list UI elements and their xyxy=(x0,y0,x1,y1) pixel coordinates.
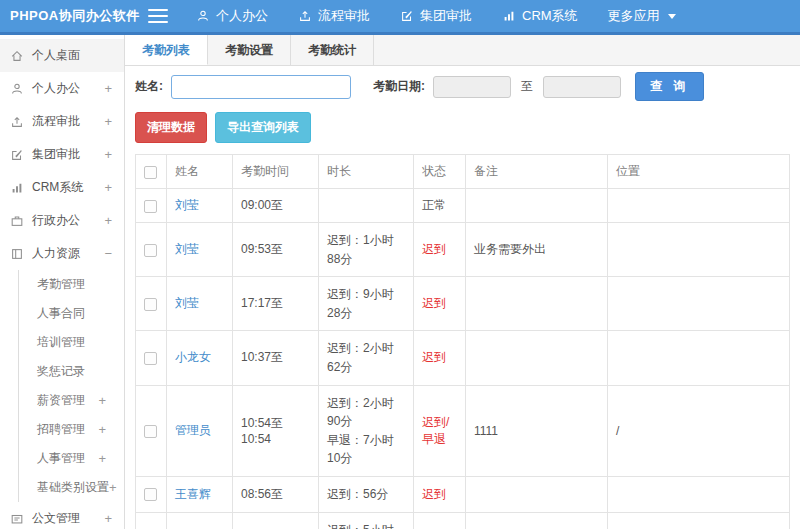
row-checkbox-cell xyxy=(136,331,167,385)
row-checkbox[interactable] xyxy=(144,352,157,365)
user-icon xyxy=(10,82,24,96)
sidebar-subitem-training-management[interactable]: 培训管理 xyxy=(19,328,124,357)
name-cell: 黄蓉 xyxy=(167,512,233,529)
expand-plus-icon[interactable]: + xyxy=(104,180,114,195)
sidebar-subitem-personnel-contract[interactable]: 人事合同 xyxy=(19,299,124,328)
sidebar-subitem-label: 人事管理 xyxy=(37,450,98,467)
sidebar-item-human-resources[interactable]: 人力资源− xyxy=(0,237,124,270)
attendance-name-link[interactable]: 王喜辉 xyxy=(175,487,211,501)
chart-icon xyxy=(502,9,516,23)
sidebar-item-crm-system[interactable]: CRM系统+ xyxy=(0,171,124,204)
sidebar-item-personal-office[interactable]: 个人办公+ xyxy=(0,72,124,105)
sidebar-item-workflow-approval[interactable]: 流程审批+ xyxy=(0,105,124,138)
status-cell: 迟到/早退 xyxy=(414,512,466,529)
location-cell xyxy=(608,277,790,331)
sidebar-item-label: 个人桌面 xyxy=(32,47,104,64)
remark-cell: 业务需要外出 xyxy=(466,223,608,277)
time-cell: 09:53至 xyxy=(233,223,319,277)
name-filter-label: 姓名: xyxy=(135,78,163,95)
nav-item-group-approval[interactable]: 集团审批 xyxy=(400,7,472,25)
duration-cell: 迟到：2小时62分 xyxy=(319,331,414,385)
expand-plus-icon[interactable]: + xyxy=(104,114,114,129)
collapse-minus-icon[interactable]: − xyxy=(104,246,114,261)
row-checkbox[interactable] xyxy=(144,200,157,213)
expand-plus-icon[interactable]: + xyxy=(98,422,118,437)
tab-attendance-list[interactable]: 考勤列表 xyxy=(125,35,208,65)
sidebar-subitem-reward-punishment-records[interactable]: 奖惩记录 xyxy=(19,357,124,386)
export-list-button[interactable]: 导出查询列表 xyxy=(215,112,311,143)
row-checkbox-cell xyxy=(136,512,167,529)
expand-plus-icon[interactable]: + xyxy=(104,511,114,526)
attendance-name-link[interactable]: 管理员 xyxy=(175,423,211,437)
row-checkbox[interactable] xyxy=(144,298,157,311)
remark-cell: 1111 xyxy=(466,385,608,476)
expand-plus-icon[interactable]: + xyxy=(104,147,114,162)
duration-line: 迟到：56分 xyxy=(327,485,405,504)
attendance-name-link[interactable]: 刘莹 xyxy=(175,242,199,256)
remark-cell xyxy=(466,189,608,223)
name-cell: 刘莹 xyxy=(167,223,233,277)
attendance-table: 姓名考勤时间时长状态备注位置 刘莹09:00至正常刘莹09:53至迟到：1小时8… xyxy=(135,154,790,529)
sidebar-subitem-label: 基础类别设置 xyxy=(37,479,109,496)
column-header: 备注 xyxy=(466,155,608,189)
duration-line: 早退：7小时10分 xyxy=(327,431,405,468)
nav-item-label: 个人办公 xyxy=(216,7,268,25)
column-header: 考勤时间 xyxy=(233,155,319,189)
nav-item-personal-office[interactable]: 个人办公 xyxy=(196,7,268,25)
tab-attendance-settings[interactable]: 考勤设置 xyxy=(208,35,291,65)
clean-data-button[interactable]: 清理数据 xyxy=(135,112,207,143)
row-checkbox[interactable] xyxy=(144,425,157,438)
menu-toggle-icon[interactable] xyxy=(148,9,168,23)
row-checkbox[interactable] xyxy=(144,244,157,257)
status-badge: 迟到/早退 xyxy=(422,415,449,446)
sidebar-subitem-recruitment-management[interactable]: 招聘管理+ xyxy=(19,415,124,444)
sidebar-subitem-salary-management[interactable]: 薪资管理+ xyxy=(19,386,124,415)
flow-icon xyxy=(298,9,312,23)
remark-cell xyxy=(466,476,608,512)
table-row: 管理员10:54至10:54迟到：2小时90分早退：7小时10分迟到/早退111… xyxy=(136,385,790,476)
flow-icon xyxy=(10,115,24,129)
expand-plus-icon[interactable]: + xyxy=(104,213,114,228)
sidebar-item-label: CRM系统 xyxy=(32,179,96,196)
expand-plus-icon[interactable]: + xyxy=(104,81,114,96)
tab-attendance-statistics[interactable]: 考勤统计 xyxy=(291,35,374,65)
sidebar-item-personal-desktop[interactable]: 个人桌面 xyxy=(0,39,124,72)
status-cell: 迟到 xyxy=(414,331,466,385)
sidebar-subitem-personnel-management[interactable]: 人事管理+ xyxy=(19,444,124,473)
expand-plus-icon[interactable]: + xyxy=(98,393,118,408)
sidebar-subitem-attendance-management[interactable]: 考勤管理 xyxy=(19,270,124,299)
column-header: 时长 xyxy=(319,155,414,189)
attendance-name-link[interactable]: 小龙女 xyxy=(175,350,211,364)
hr-icon xyxy=(10,247,24,261)
nav-item-workflow-approval[interactable]: 流程审批 xyxy=(298,7,370,25)
select-all-checkbox[interactable] xyxy=(144,166,157,179)
status-badge: 迟到 xyxy=(422,296,446,310)
action-bar: 清理数据 导出查询列表 xyxy=(125,107,800,154)
nav-item-crm-system[interactable]: CRM系统 xyxy=(502,7,578,25)
row-checkbox[interactable] xyxy=(144,488,157,501)
duration-cell: 迟到：1小时88分 xyxy=(319,223,414,277)
sidebar-item-label: 流程审批 xyxy=(32,113,96,130)
column-header: 位置 xyxy=(608,155,790,189)
attendance-name-link[interactable]: 刘莹 xyxy=(175,198,199,212)
date-from-input[interactable] xyxy=(433,76,511,98)
date-to-input[interactable] xyxy=(543,76,621,98)
expand-plus-icon[interactable]: + xyxy=(98,451,118,466)
sidebar: 个人桌面个人办公+流程审批+集团审批+CRM系统+行政办公+人力资源−考勤管理人… xyxy=(0,35,125,529)
attendance-name-link[interactable]: 刘莹 xyxy=(175,296,199,310)
sidebar-subitem-basic-category-settings[interactable]: 基础类别设置+ xyxy=(19,473,124,502)
nav-item-label: 更多应用 xyxy=(608,7,660,25)
query-button[interactable]: 查 询 xyxy=(635,72,704,101)
status-cell: 迟到/早退 xyxy=(414,385,466,476)
sidebar-item-group-approval[interactable]: 集团审批+ xyxy=(0,138,124,171)
duration-line: 迟到：2小时90分 xyxy=(327,394,405,431)
status-cell: 迟到 xyxy=(414,223,466,277)
sidebar-item-admin-office[interactable]: 行政办公+ xyxy=(0,204,124,237)
sidebar-item-document-management[interactable]: 公文管理+ xyxy=(0,502,124,529)
row-checkbox-cell xyxy=(136,476,167,512)
nav-item-more-apps[interactable]: 更多应用 xyxy=(608,7,676,25)
name-filter-input[interactable] xyxy=(171,75,351,99)
expand-plus-icon[interactable]: + xyxy=(109,480,125,495)
row-checkbox-cell xyxy=(136,277,167,331)
column-header: 姓名 xyxy=(167,155,233,189)
